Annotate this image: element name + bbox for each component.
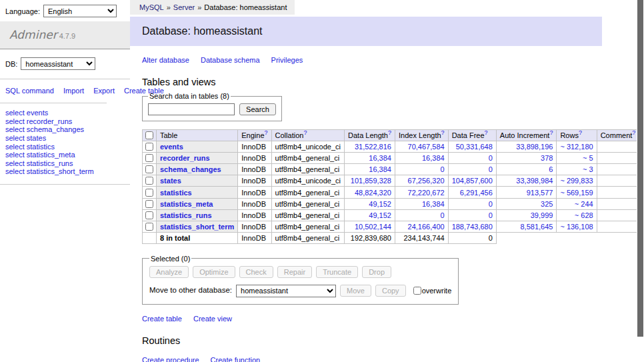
data-length-link[interactable]: 16,384: [369, 165, 391, 173]
rows-link[interactable]: ~ 569,159: [560, 189, 593, 197]
help-link[interactable]: ?: [441, 129, 445, 136]
sidebar-table-link[interactable]: select states: [5, 134, 46, 142]
row-checkbox[interactable]: [145, 177, 153, 185]
help-link[interactable]: ?: [549, 129, 553, 136]
sidebar-action-link[interactable]: Export: [93, 87, 115, 95]
rows-link[interactable]: ~ 299,833: [560, 177, 593, 185]
move-button[interactable]: Move: [340, 285, 371, 297]
auto-increment-link[interactable]: 325: [541, 200, 553, 208]
help-link[interactable]: ?: [485, 129, 488, 136]
table-name-link[interactable]: statistics_runs: [160, 211, 212, 219]
language-select[interactable]: English: [43, 5, 117, 17]
breadcrumb-mysql-link[interactable]: MySQL: [139, 3, 164, 11]
data-free-link[interactable]: 188,743,680: [452, 223, 493, 231]
create-link[interactable]: Create view: [193, 315, 232, 323]
rows-link[interactable]: ~ 628: [575, 211, 593, 219]
create-routine-link[interactable]: Create procedure: [142, 356, 199, 362]
row-checkbox[interactable]: [145, 143, 153, 151]
help-link[interactable]: ?: [303, 129, 307, 136]
index-length-link[interactable]: 16,384: [422, 154, 445, 162]
data-length-link[interactable]: 16,384: [369, 154, 391, 162]
selected-action-button[interactable]: Drop: [362, 266, 391, 278]
create-link[interactable]: Create table: [142, 315, 182, 323]
create-routine-link[interactable]: Create function: [211, 356, 261, 362]
select-all-checkbox[interactable]: [145, 131, 153, 139]
table-name-link[interactable]: statistics_meta: [160, 200, 213, 208]
auto-increment-link[interactable]: 378: [541, 154, 553, 162]
index-length-link[interactable]: 0: [441, 211, 445, 219]
sidebar-table-link[interactable]: select statistics_short_term: [5, 167, 94, 175]
table-name-link[interactable]: events: [160, 143, 183, 151]
auto-increment-link[interactable]: 39,999: [531, 211, 553, 219]
rows-link[interactable]: ~ 244: [575, 200, 593, 208]
scrollbar-thumb[interactable]: [637, 0, 643, 337]
data-free-link[interactable]: 50,331,648: [456, 143, 493, 151]
index-length-link[interactable]: 16,384: [422, 200, 445, 208]
row-checkbox[interactable]: [145, 200, 153, 208]
row-checkbox[interactable]: [145, 154, 153, 162]
row-checkbox[interactable]: [145, 211, 153, 219]
table-name-link[interactable]: statistics_short_term: [160, 223, 234, 231]
db-select[interactable]: homeassistant: [21, 57, 95, 70]
row-checkbox[interactable]: [145, 223, 153, 231]
help-link[interactable]: ?: [579, 129, 582, 136]
data-length-link[interactable]: 48,824,320: [355, 189, 391, 197]
rows-link[interactable]: ~ 312,180: [560, 143, 593, 151]
table-name-link[interactable]: recorder_runs: [160, 154, 210, 162]
toolbar-link[interactable]: Database schema: [201, 56, 260, 64]
data-length-link[interactable]: 101,859,328: [351, 177, 391, 185]
data-free-link[interactable]: 0: [489, 200, 493, 208]
scrollbar-track[interactable]: [637, 0, 644, 362]
sidebar-table-link[interactable]: select recorder_runs: [5, 117, 72, 125]
data-length-link[interactable]: 49,152: [369, 211, 391, 219]
auto-increment-link[interactable]: 33,898,196: [516, 143, 553, 151]
data-free-link[interactable]: 0: [489, 165, 493, 173]
search-input[interactable]: [148, 103, 235, 115]
row-checkbox[interactable]: [145, 165, 153, 173]
index-length-link[interactable]: 70,467,584: [408, 143, 445, 151]
help-link[interactable]: ?: [265, 129, 268, 136]
data-free-link[interactable]: 104,857,600: [452, 177, 493, 185]
sidebar-table-link[interactable]: select statistics_runs: [5, 159, 73, 167]
sidebar-table-link[interactable]: select schema_changes: [5, 125, 84, 133]
rows-link[interactable]: ~ 3: [583, 165, 593, 173]
data-free-link[interactable]: 6,291,456: [460, 189, 493, 197]
index-length-link[interactable]: 24,166,400: [408, 223, 445, 231]
breadcrumb-server-link[interactable]: Server: [173, 3, 195, 11]
overwrite-checkbox[interactable]: [413, 287, 421, 295]
auto-increment-link[interactable]: 6: [549, 165, 553, 173]
sidebar-action-link[interactable]: SQL command: [5, 87, 54, 95]
sidebar-table-link[interactable]: select events: [5, 109, 48, 117]
table-name-link[interactable]: schema_changes: [160, 165, 221, 173]
rows-link[interactable]: ~ 5: [583, 154, 593, 162]
index-length-link[interactable]: 0: [441, 165, 445, 173]
data-free-link[interactable]: 0: [489, 154, 493, 162]
table-name-link[interactable]: statistics: [160, 189, 192, 197]
index-length-link[interactable]: 67,256,320: [408, 177, 445, 185]
auto-increment-link[interactable]: 33,398,984: [516, 177, 553, 185]
toolbar-link[interactable]: Alter database: [142, 56, 189, 64]
sidebar-table-link[interactable]: select statistics_meta: [5, 151, 75, 159]
data-length-link[interactable]: 49,152: [369, 200, 391, 208]
data-length-link[interactable]: 10,502,144: [355, 223, 391, 231]
selected-action-button[interactable]: Truncate: [316, 266, 358, 278]
index-length-link[interactable]: 72,220,672: [408, 189, 445, 197]
data-free-link[interactable]: 0: [489, 211, 493, 219]
row-checkbox[interactable]: [145, 189, 153, 197]
search-button[interactable]: Search: [239, 103, 276, 115]
selected-action-button[interactable]: Check: [239, 266, 273, 278]
sidebar-action-link[interactable]: Import: [63, 87, 84, 95]
auto-increment-link[interactable]: 8,581,645: [520, 223, 553, 231]
auto-increment-link[interactable]: 913,577: [527, 189, 553, 197]
help-link[interactable]: ?: [388, 129, 391, 136]
rows-link[interactable]: ~ 136,108: [560, 223, 593, 231]
copy-button[interactable]: Copy: [375, 285, 406, 297]
selected-action-button[interactable]: Repair: [277, 266, 312, 278]
move-database-select[interactable]: homeassistant: [236, 285, 336, 297]
data-length-link[interactable]: 31,522,816: [355, 143, 391, 151]
selected-action-button[interactable]: Analyze: [149, 266, 189, 278]
sidebar-table-link[interactable]: select statistics: [5, 143, 55, 151]
toolbar-link[interactable]: Privileges: [271, 56, 303, 64]
selected-action-button[interactable]: Optimize: [193, 266, 235, 278]
table-name-link[interactable]: states: [160, 177, 181, 185]
